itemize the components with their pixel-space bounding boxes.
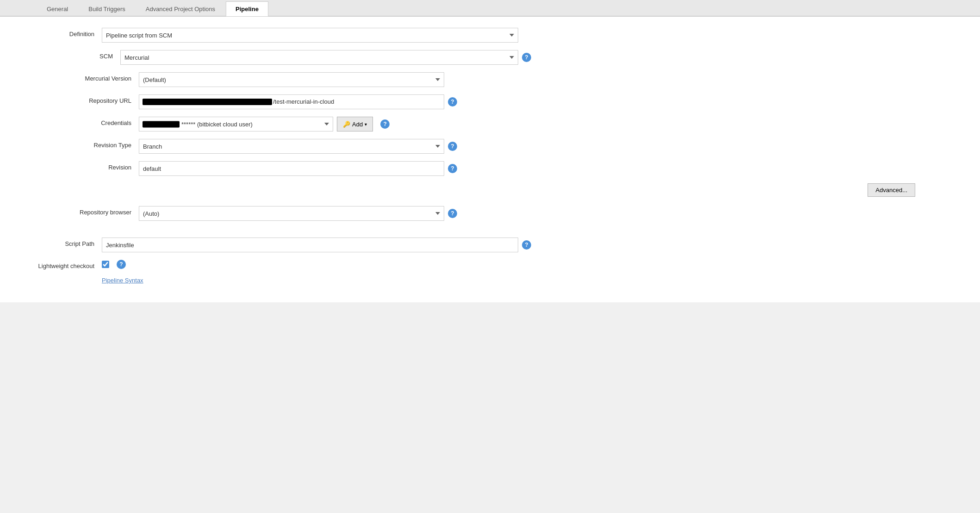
tabs-bar: General Build Triggers Advanced Project …: [0, 0, 980, 16]
tab-general[interactable]: General: [37, 1, 78, 16]
pipeline-syntax-row: Pipeline Syntax: [19, 277, 961, 284]
lightweight-checkout-help-icon[interactable]: ?: [117, 260, 126, 269]
script-path-input[interactable]: [102, 238, 518, 252]
repo-url-row: Repository URL /test-mercurial-in-cloud …: [19, 94, 961, 109]
revision-type-help-icon[interactable]: ?: [448, 142, 457, 151]
lightweight-checkout-control-wrap: ?: [102, 260, 961, 269]
scm-select[interactable]: Mercurial: [120, 50, 518, 65]
script-path-label: Script Path: [19, 238, 102, 247]
add-credentials-button[interactable]: 🔑 Add ▾: [337, 117, 373, 131]
repo-url-label: Repository URL: [19, 94, 139, 104]
advanced-button[interactable]: Advanced...: [868, 183, 915, 197]
pipeline-syntax-link[interactable]: Pipeline Syntax: [102, 277, 143, 284]
definition-label: Definition: [19, 28, 102, 38]
mercurial-version-label: Mercurial Version: [19, 72, 139, 82]
revision-type-select[interactable]: Branch: [139, 139, 444, 154]
page-wrapper: General Build Triggers Advanced Project …: [0, 0, 980, 513]
repo-url-input[interactable]: [139, 94, 444, 109]
repo-browser-help-icon[interactable]: ?: [448, 209, 457, 218]
add-button-label: Add: [352, 121, 363, 128]
mercurial-version-row: Mercurial Version (Default): [19, 72, 961, 87]
repo-browser-label: Repository browser: [19, 206, 139, 216]
key-icon: 🔑: [343, 121, 350, 128]
lightweight-checkout-label: Lightweight checkout: [19, 260, 102, 269]
repo-browser-row: Repository browser (Auto) ?: [19, 206, 961, 221]
repo-browser-select[interactable]: (Auto): [139, 206, 444, 221]
definition-row: Definition Pipeline script from SCM: [19, 28, 961, 43]
revision-input[interactable]: [139, 161, 444, 176]
scm-label: SCM: [19, 50, 120, 60]
mercurial-version-select[interactable]: (Default): [139, 72, 444, 87]
revision-help-icon[interactable]: ?: [448, 164, 457, 173]
scm-row: SCM Mercurial ?: [19, 50, 961, 65]
content-area: Definition Pipeline script from SCM SCM …: [0, 16, 980, 302]
definition-select[interactable]: Pipeline script from SCM: [102, 28, 518, 43]
lightweight-checkout-row: Lightweight checkout ?: [19, 260, 961, 269]
credentials-row: Credentials ****** (bitbicket cloud user…: [19, 117, 961, 131]
revision-row: Revision ?: [19, 161, 961, 176]
revision-control-wrap: ?: [139, 161, 961, 176]
advanced-button-row: Advanced...: [19, 183, 961, 197]
script-path-help-icon[interactable]: ?: [522, 240, 531, 250]
repo-browser-control-wrap: (Auto) ?: [139, 206, 961, 221]
revision-type-control-wrap: Branch ?: [139, 139, 961, 154]
revision-type-label: Revision Type: [19, 139, 139, 149]
credentials-control-wrap: ****** (bitbicket cloud user) 🔑 Add ▾ ?: [139, 117, 961, 131]
scm-control-wrap: Mercurial ?: [120, 50, 961, 65]
add-dropdown-arrow: ▾: [365, 122, 367, 127]
script-path-row: Script Path ?: [19, 238, 961, 252]
revision-type-row: Revision Type Branch ?: [19, 139, 961, 154]
credentials-help-icon[interactable]: ?: [380, 119, 390, 129]
lightweight-checkout-checkbox[interactable]: [102, 261, 109, 268]
repo-url-control-wrap: /test-mercurial-in-cloud ?: [139, 94, 961, 109]
definition-control-wrap: Pipeline script from SCM: [102, 28, 961, 43]
scm-help-icon[interactable]: ?: [522, 53, 531, 62]
tab-pipeline[interactable]: Pipeline: [226, 1, 268, 16]
tab-advanced-project-options[interactable]: Advanced Project Options: [136, 1, 225, 16]
mercurial-version-control-wrap: (Default): [139, 72, 961, 87]
credentials-label: Credentials: [19, 117, 139, 126]
tab-build-triggers[interactable]: Build Triggers: [79, 1, 135, 16]
revision-label: Revision: [19, 161, 139, 171]
script-path-control-wrap: ?: [102, 238, 961, 252]
repo-url-help-icon[interactable]: ?: [448, 97, 457, 106]
credentials-select[interactable]: [139, 117, 333, 131]
